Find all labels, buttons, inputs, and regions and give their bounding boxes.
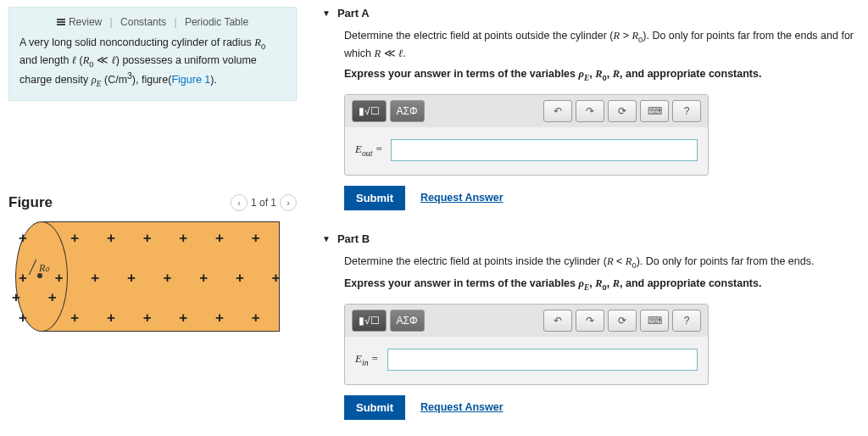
redo-button-b[interactable]: ↷ — [576, 310, 604, 332]
keyboard-button[interactable]: ⌨ — [640, 100, 669, 122]
part-a-instruction: Express your answer in terms of the vari… — [344, 66, 860, 84]
periodic-link[interactable]: Periodic Table — [185, 16, 248, 28]
list-icon — [57, 19, 65, 26]
constants-link[interactable]: Constants — [120, 16, 166, 28]
problem-info-box: Review | Constants | Periodic Table A ve… — [8, 7, 297, 101]
part-a-question: Determine the electric field at points o… — [344, 28, 860, 61]
greek-button-b[interactable]: ΑΣΦ — [390, 310, 425, 332]
part-a-title: Part A — [337, 7, 370, 20]
undo-button-b[interactable]: ↶ — [543, 310, 572, 332]
part-a-answer-box: ▮√☐ ΑΣΦ ↶ ↷ ⟳ ⌨ ? Eout = — [344, 94, 709, 176]
redo-button[interactable]: ↷ — [576, 100, 604, 122]
figure-pager-text: 1 of 1 — [251, 197, 276, 209]
figure-1-link[interactable]: Figure 1 — [171, 74, 210, 86]
part-a-request-answer[interactable]: Request Answer — [420, 190, 503, 206]
part-b-instruction: Express your answer in terms of the vari… — [344, 276, 860, 293]
figure-title: Figure — [8, 194, 53, 211]
part-a-label: Eout = — [355, 141, 382, 159]
help-button-b[interactable]: ? — [672, 310, 701, 332]
part-b-toggle[interactable]: ▼ — [322, 234, 331, 243]
part-b-label: Ein = — [355, 350, 379, 369]
figure-next-button[interactable]: › — [280, 194, 297, 211]
figure-image: R₀ + + + + + + + + + + + + + + + + + + +… — [8, 221, 280, 332]
problem-text: A very long solid nonconducting cylinder… — [19, 35, 286, 90]
part-a-input[interactable] — [391, 139, 698, 161]
part-b-answer-box: ▮√☐ ΑΣΦ ↶ ↷ ⟳ ⌨ ? Ein = — [344, 304, 709, 385]
reset-button[interactable]: ⟳ — [608, 100, 637, 122]
part-a-submit-button[interactable]: Submit — [344, 186, 405, 210]
keyboard-button-b[interactable]: ⌨ — [640, 310, 669, 332]
part-b-title: Part B — [337, 232, 370, 245]
review-link[interactable]: Review — [69, 16, 102, 28]
part-b-submit-button[interactable]: Submit — [344, 395, 405, 420]
undo-button[interactable]: ↶ — [543, 100, 572, 122]
reset-button-b[interactable]: ⟳ — [608, 310, 637, 332]
part-b-question: Determine the electric field at points i… — [344, 254, 860, 271]
templates-button[interactable]: ▮√☐ — [352, 100, 387, 122]
templates-button-b[interactable]: ▮√☐ — [352, 310, 387, 332]
help-button[interactable]: ? — [672, 100, 701, 122]
part-b-request-answer[interactable]: Request Answer — [420, 400, 503, 416]
part-a-toggle[interactable]: ▼ — [322, 8, 331, 18]
figure-prev-button[interactable]: ‹ — [231, 194, 248, 211]
part-b-input[interactable] — [387, 349, 698, 371]
greek-button[interactable]: ΑΣΦ — [390, 100, 425, 122]
